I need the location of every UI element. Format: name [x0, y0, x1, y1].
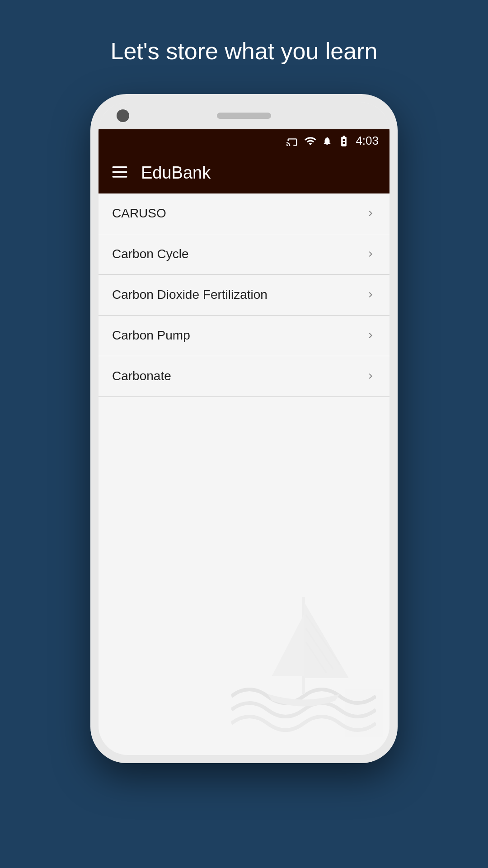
app-bar: EduBank [99, 153, 389, 193]
sailboat-watermark [231, 561, 376, 741]
chevron-right-icon [365, 330, 376, 341]
wifi-icon [304, 135, 317, 147]
list-item[interactable]: CARUSO [99, 193, 389, 234]
chevron-right-icon [365, 371, 376, 382]
list-item-label: CARUSO [112, 206, 166, 221]
phone-screen: 4:03 EduBank CARUSO Carbon Cy [99, 102, 389, 755]
svg-line-4 [306, 615, 340, 665]
status-time: 4:03 [356, 134, 379, 148]
svg-line-5 [306, 628, 333, 669]
list-item-label: Carbon Pump [112, 328, 190, 343]
battery-icon [338, 135, 350, 147]
hamburger-menu-button[interactable] [112, 164, 127, 182]
cast-icon [286, 135, 299, 147]
svg-rect-2 [112, 176, 127, 178]
app-title: EduBank [141, 163, 211, 183]
svg-rect-1 [112, 171, 127, 173]
chevron-right-icon [365, 289, 376, 300]
camera-icon [117, 109, 129, 122]
page-heading: Let's store what you learn [86, 36, 402, 67]
speaker-grill [217, 113, 271, 119]
watermark-illustration [99, 484, 389, 755]
phone-frame: 4:03 EduBank CARUSO Carbon Cy [90, 94, 398, 763]
list-item-label: Carbon Dioxide Fertilization [112, 288, 267, 302]
list-item[interactable]: Carbon Dioxide Fertilization [99, 275, 389, 316]
list-item-label: Carbonate [112, 369, 171, 383]
list-item[interactable]: Carbonate [99, 356, 389, 397]
chevron-right-icon [365, 249, 376, 259]
svg-rect-0 [112, 166, 127, 168]
list-item[interactable]: Carbon Pump [99, 316, 389, 356]
list-item-label: Carbon Cycle [112, 247, 189, 261]
list-item[interactable]: Carbon Cycle [99, 234, 389, 275]
chevron-right-icon [365, 208, 376, 219]
svg-line-6 [306, 642, 326, 673]
phone-hardware-bar [99, 102, 389, 129]
notification-icon [322, 135, 332, 147]
status-bar: 4:03 [99, 129, 389, 153]
list-container: CARUSO Carbon Cycle Carbon Dioxide Ferti… [99, 193, 389, 755]
